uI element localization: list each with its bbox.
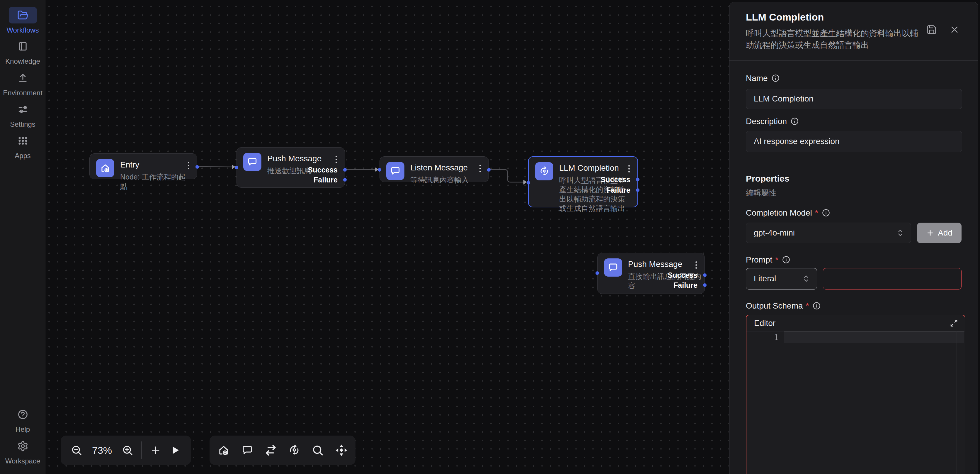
success-port-label: Success [601, 175, 630, 184]
input-port[interactable] [595, 271, 599, 275]
node-menu-button[interactable] [478, 164, 482, 173]
prompt-value-input[interactable] [823, 268, 961, 289]
success-port[interactable] [703, 273, 706, 277]
sidebar-item-knowledge[interactable]: Knowledge [0, 38, 45, 65]
editor-title: Editor [754, 319, 775, 328]
name-label: Name [746, 73, 961, 83]
toolbar-divider [141, 441, 142, 459]
name-input[interactable] [746, 89, 962, 109]
gear-icon [9, 438, 37, 454]
node-title: Entry [120, 160, 191, 169]
editor-minimap-divider [956, 332, 957, 474]
success-port[interactable] [636, 178, 640, 181]
sidebar-item-workspace[interactable]: Workspace [0, 438, 45, 465]
failure-port[interactable] [703, 283, 706, 287]
node-menu-button[interactable] [187, 161, 191, 171]
move-diamond-tool-button[interactable] [332, 440, 351, 461]
node-subtitle: 等待訊息內容輸入 [410, 175, 469, 185]
input-port[interactable] [527, 181, 530, 185]
sidebar-label: Settings [10, 120, 35, 128]
sidebar-label: Environment [3, 89, 43, 97]
node-title: Push Message [628, 260, 702, 269]
code-editor-area[interactable]: 1 [746, 332, 965, 474]
bulb-refresh-icon [535, 162, 553, 180]
info-icon[interactable] [791, 117, 799, 126]
editor-line-number: 1 [746, 333, 779, 342]
node-properties-panel: LLM Completion 呼叫大型語言模型並產生結構化的資料輸出以輔助流程的… [729, 2, 978, 474]
message-node-tool-button[interactable] [238, 440, 257, 461]
success-port[interactable] [343, 168, 347, 172]
properties-subheading: 編輯屬性 [746, 188, 961, 198]
failure-port[interactable] [636, 188, 640, 192]
close-icon[interactable] [949, 24, 960, 36]
failure-port-label: Failure [606, 186, 630, 195]
app-root: Entry Node: 工作流程的起點 Push Message 推送歡迎訊息 [0, 0, 980, 474]
output-schema-label: Output Schema * [746, 301, 961, 311]
add-model-button[interactable]: Add [917, 223, 961, 243]
output-schema-editor[interactable]: Editor 1 [746, 315, 965, 474]
chat-bubble-icon [386, 162, 404, 180]
panel-divider [729, 165, 978, 165]
prompt-mode-select[interactable]: Literal [746, 268, 817, 289]
sidebar-item-help[interactable]: Help [0, 406, 45, 434]
search-tool-button[interactable] [308, 440, 327, 461]
panel-title: LLM Completion [746, 2, 961, 23]
grid-dots-icon [9, 132, 37, 149]
editor-active-line [784, 332, 964, 343]
sidebar-item-workflows[interactable]: Workflows [0, 7, 45, 34]
panel-description: 呼叫大型語言模型並產生結構化的資料輸出以輔助流程的決策或生成自然語言輸出 [746, 27, 922, 51]
success-port-label: Success [668, 271, 697, 279]
info-icon[interactable] [822, 209, 830, 217]
node-title: LLM Completion [559, 163, 630, 173]
help-circle-icon [9, 406, 37, 423]
input-port[interactable] [378, 168, 381, 172]
node-title: Push Message [267, 154, 321, 163]
folder-open-icon [9, 7, 37, 24]
upload-icon [9, 70, 37, 86]
output-port[interactable] [196, 165, 199, 169]
node-tools-toolbar [210, 436, 355, 465]
failure-port[interactable] [343, 178, 347, 182]
completion-model-label: Completion Model * [746, 208, 961, 218]
completion-model-select[interactable]: gpt-4o-mini [746, 223, 911, 243]
node-entry[interactable]: Entry Node: 工作流程的起點 [89, 153, 197, 179]
zoom-in-button[interactable] [118, 440, 137, 461]
node-menu-button[interactable] [694, 260, 698, 270]
sliders-icon [9, 101, 37, 118]
sidebar: Workflows Knowledge Environment [0, 0, 45, 474]
run-workflow-button[interactable] [166, 440, 185, 461]
sidebar-item-environment[interactable]: Environment [0, 70, 45, 97]
expand-icon[interactable] [950, 319, 958, 328]
info-icon[interactable] [772, 74, 780, 82]
swap-arrows-tool-button[interactable] [261, 440, 280, 461]
info-icon[interactable] [782, 255, 791, 264]
sidebar-label: Workspace [5, 457, 40, 465]
chevrons-up-down-icon [802, 275, 810, 283]
info-icon[interactable] [812, 302, 821, 310]
sidebar-label: Help [16, 425, 30, 434]
node-llm-completion[interactable]: LLM Completion 呼叫大型語言模型並產生結構化的資料輸出以輔助流程的… [528, 156, 638, 207]
chat-bubble-icon [243, 153, 261, 171]
description-input[interactable] [746, 131, 962, 152]
zoom-level[interactable]: 73% [87, 445, 117, 456]
node-menu-button[interactable] [627, 164, 631, 174]
add-node-button[interactable] [146, 440, 165, 461]
sidebar-item-settings[interactable]: Settings [0, 101, 45, 128]
chevrons-up-down-icon [896, 229, 904, 237]
input-port[interactable] [235, 166, 238, 169]
node-push-message-2[interactable]: Push Message 直接輸出訊息的回應內容 Success Failure [597, 253, 705, 294]
description-label: Description [746, 117, 961, 126]
entry-node-tool-button[interactable] [214, 440, 233, 461]
llm-node-tool-button[interactable] [285, 440, 304, 461]
node-title: Listen Message [410, 163, 469, 172]
save-button[interactable] [926, 24, 937, 36]
house-plus-icon [96, 159, 114, 177]
node-subtitle: Node: 工作流程的起點 [120, 172, 191, 191]
sidebar-item-apps[interactable]: Apps [0, 132, 45, 160]
node-listen-message[interactable]: Listen Message 等待訊息內容輸入 [380, 156, 489, 182]
zoom-out-button[interactable] [67, 440, 86, 461]
output-port[interactable] [487, 168, 491, 172]
node-push-message-1[interactable]: Push Message 推送歡迎訊息 Success Failure [237, 147, 345, 188]
sidebar-label: Workflows [6, 26, 39, 34]
node-menu-button[interactable] [334, 155, 338, 164]
